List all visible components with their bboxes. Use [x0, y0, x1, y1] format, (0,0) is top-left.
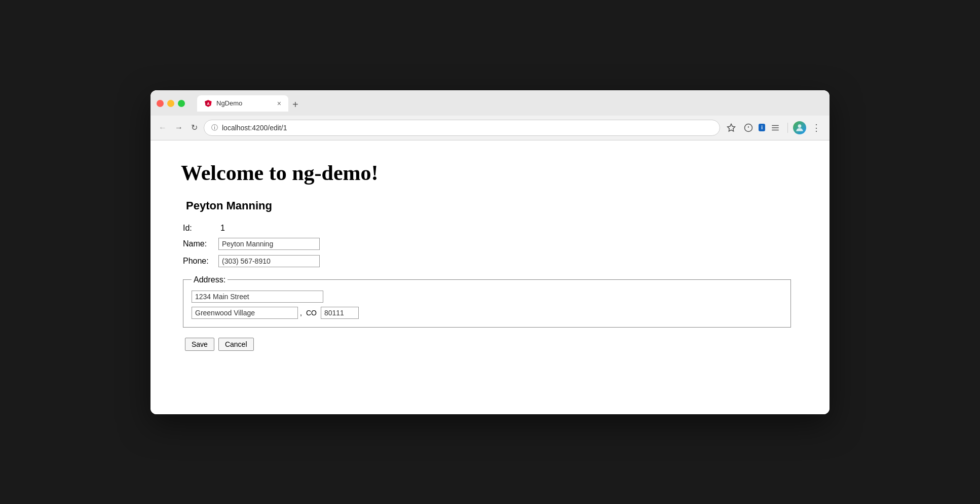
window-controls: [157, 100, 185, 107]
save-button[interactable]: Save: [185, 338, 214, 351]
toolbar-icons: i ⋮: [724, 121, 823, 135]
cancel-button[interactable]: Cancel: [218, 338, 254, 351]
tab-title: NgDemo: [216, 99, 273, 107]
addressbar-row: ← → ↻ ⓘ localhost:4200/edit/1 i: [150, 116, 830, 140]
forward-button[interactable]: →: [173, 122, 185, 133]
tabs-row: A NgDemo × +: [197, 95, 303, 112]
back-button[interactable]: ←: [157, 122, 169, 133]
address-city-row: , CO: [192, 307, 782, 319]
tab-close-button[interactable]: ×: [277, 100, 281, 107]
maximize-window-button[interactable]: [178, 100, 185, 107]
avatar-icon: [795, 123, 805, 133]
address-legend: Address:: [192, 275, 228, 284]
reload-button[interactable]: ↻: [189, 122, 200, 133]
address-fieldset: Address: , CO: [183, 275, 791, 328]
titlebar-top: A NgDemo × +: [157, 95, 823, 112]
address-bar[interactable]: ⓘ localhost:4200/edit/1: [204, 120, 720, 136]
toolbar-divider: [787, 123, 788, 133]
phone-input[interactable]: [218, 255, 320, 267]
form-section: Id: 1 Name: Phone: Address:: [183, 224, 799, 351]
profile-avatar[interactable]: [793, 121, 806, 134]
extension-badge: i: [759, 124, 765, 131]
name-input[interactable]: [218, 238, 320, 250]
chrome-menu-button[interactable]: ⋮: [809, 121, 823, 135]
person-name: Peyton Manning: [186, 199, 799, 212]
extensions-button[interactable]: [768, 121, 782, 135]
close-window-button[interactable]: [157, 100, 164, 107]
id-value: 1: [220, 224, 225, 233]
page-content: Welcome to ng-demo! Peyton Manning Id: 1…: [150, 140, 830, 414]
new-tab-button[interactable]: +: [288, 97, 303, 112]
zip-input[interactable]: [321, 307, 359, 319]
active-tab[interactable]: A NgDemo ×: [197, 95, 288, 112]
name-row: Name:: [183, 238, 799, 250]
address-street-row: [192, 291, 782, 303]
svg-marker-3: [728, 124, 735, 131]
browser-window: A NgDemo × + ← → ↻ ⓘ localhost:4200/edit…: [150, 90, 830, 414]
name-label: Name:: [183, 239, 218, 248]
buttons-row: Save Cancel: [185, 338, 799, 351]
info-button[interactable]: [741, 121, 756, 135]
street-input[interactable]: [192, 291, 323, 303]
id-row: Id: 1: [183, 224, 799, 233]
url-text: localhost:4200/edit/1: [222, 124, 712, 132]
svg-point-10: [798, 124, 802, 128]
svg-text:A: A: [207, 101, 210, 106]
state-text: CO: [306, 309, 317, 317]
address-row-wrapper: Address: , CO: [183, 272, 799, 328]
minimize-window-button[interactable]: [167, 100, 174, 107]
id-label: Id:: [183, 224, 218, 233]
city-state-separator: ,: [300, 309, 302, 317]
city-input[interactable]: [192, 307, 298, 319]
angular-favicon-icon: A: [204, 99, 212, 107]
phone-label: Phone:: [183, 257, 218, 266]
info-icon: ⓘ: [211, 123, 218, 132]
page-title: Welcome to ng-demo!: [181, 161, 799, 185]
phone-row: Phone:: [183, 255, 799, 267]
bookmark-button[interactable]: [724, 121, 738, 135]
titlebar: A NgDemo × +: [150, 90, 830, 116]
